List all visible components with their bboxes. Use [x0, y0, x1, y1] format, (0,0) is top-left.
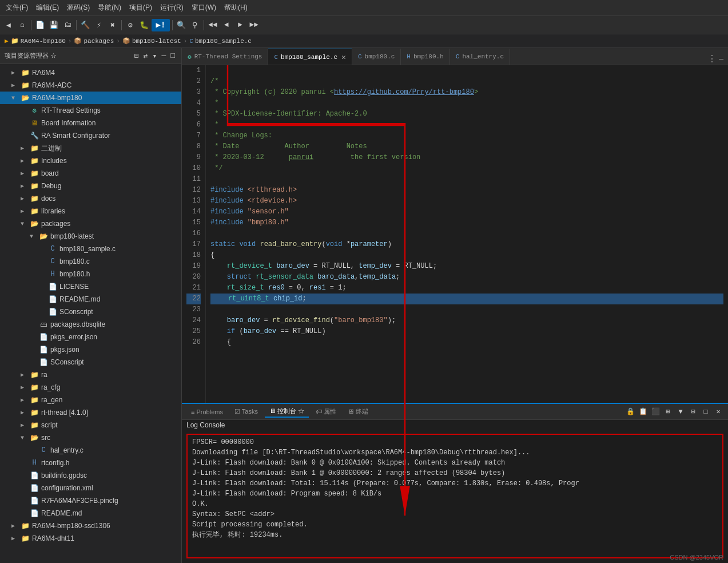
- tree-item-config-xml[interactable]: 📄 configuration.xml: [0, 482, 181, 494]
- toolbar-build[interactable]: 🔨: [79, 19, 92, 31]
- editor-menu-icon[interactable]: ⋮: [707, 53, 717, 65]
- toolbar-arrow-next[interactable]: ►: [234, 19, 246, 31]
- menu-run[interactable]: 运行(R): [157, 2, 187, 14]
- tree-item-ra-smart[interactable]: 🔧 RA Smart Configurator: [0, 129, 181, 142]
- toolbar-search[interactable]: 🔍: [175, 19, 188, 31]
- tree-item-packages[interactable]: ▼ 📂 packages: [0, 217, 181, 230]
- tree-item-rt-thread-settings[interactable]: ⚙ RT-Thread Settings: [0, 104, 181, 117]
- panel-tab-console[interactable]: 🖥 控制台 ☆: [265, 406, 309, 418]
- toolbar-arrow-prev[interactable]: ◄: [220, 19, 233, 31]
- tree-item-hal-entry[interactable]: C hal_entry.c: [0, 444, 181, 457]
- code-content[interactable]: /* * Copyright (c) 2020 panrui <https://…: [206, 65, 728, 403]
- sidebar-sync[interactable]: ⇄: [142, 51, 150, 61]
- log-line-2: J-Link: Flash download: Bank 0 @ 0x0100A…: [192, 458, 718, 468]
- panel-tab-problems[interactable]: ≡ Problems: [186, 407, 228, 417]
- panel-action-copy[interactable]: 📋: [638, 407, 648, 417]
- tab-bmp180-h[interactable]: H bmp180.h: [401, 49, 449, 65]
- panel-action-scroll[interactable]: ▼: [675, 407, 686, 417]
- tree-item-readme-bmp[interactable]: 📄 README.md: [0, 293, 181, 306]
- log-line-4: J-Link: Flash download: Total: 15.114s (…: [192, 478, 718, 489]
- bc-bmp180-latest[interactable]: 📦 bmp180-latest: [122, 37, 181, 45]
- tree-item-pkgs-json[interactable]: 📄 pkgs.json: [0, 343, 181, 356]
- bc-packages[interactable]: 📦 packages: [74, 37, 114, 45]
- toolbar-run-highlight[interactable]: ▶!: [152, 19, 170, 31]
- toolbar-debug[interactable]: 🐛: [138, 19, 150, 31]
- tree-label: RA6M4-dht11: [32, 534, 74, 542]
- panel-action-max[interactable]: □: [701, 407, 711, 417]
- panel-tab-tasks[interactable]: ☑ Tasks: [230, 407, 262, 417]
- tab-bmp180-c[interactable]: C bmp180.c: [352, 49, 401, 65]
- toolbar-save[interactable]: 💾: [47, 19, 60, 31]
- panel-action-clear[interactable]: 🔒: [625, 407, 635, 417]
- tree-item-dht11[interactable]: ▶ 📁 RA6M4-dht11: [0, 532, 181, 545]
- tree-item-docs[interactable]: ▶ 📁 docs: [0, 192, 181, 205]
- toolbar-new[interactable]: 📄: [34, 19, 46, 31]
- tree-item-bmp180-h[interactable]: H bmp180.h: [0, 268, 181, 280]
- tree-item-libraries[interactable]: ▶ 📁 libraries: [0, 205, 181, 217]
- tree-item-ra6m4-bmp180[interactable]: ▼ 📂 RA6M4-bmp180: [0, 92, 181, 104]
- menu-navigate[interactable]: 导航(N): [94, 2, 125, 14]
- tree-item-bmp180-c[interactable]: C bmp180.c: [0, 255, 181, 268]
- toolbar-clean[interactable]: ✖: [106, 19, 119, 31]
- sidebar-menu[interactable]: —: [160, 51, 168, 61]
- tree-item-src[interactable]: ▼ 📂 src: [0, 431, 181, 444]
- tree-item-bmp180-latest[interactable]: ▼ 📂 bmp180-latest: [0, 230, 181, 243]
- tree-item-ra6m4-adc[interactable]: ▶ 📁 RA6M4-ADC: [0, 79, 181, 92]
- tree-item-binary[interactable]: ▶ 📁 二进制: [0, 142, 181, 154]
- editor-minimize-icon[interactable]: —: [719, 55, 723, 64]
- bc-root[interactable]: 📁 RA6M4-bmp180: [11, 37, 66, 45]
- toolbar-find[interactable]: ⚲: [189, 19, 201, 31]
- toolbar-arrow-left[interactable]: ◄◄: [206, 19, 219, 31]
- code-editor[interactable]: 12345 678910 1112131415 1617181920 21222…: [182, 65, 728, 403]
- tree-item-pincfg[interactable]: 📄 R7FA6M4AF3CFB.pincfg: [0, 494, 181, 507]
- tree-item-sconscript-bmp[interactable]: 📄 SConscript: [0, 306, 181, 318]
- toolbar-back[interactable]: ◀: [2, 19, 15, 31]
- panel-action-layout[interactable]: ⊟: [688, 407, 698, 417]
- toolbar-save-all[interactable]: 🗂: [61, 19, 74, 31]
- bc-file[interactable]: C bmp180_sample.c: [189, 38, 252, 45]
- sidebar-max[interactable]: □: [169, 51, 177, 61]
- tree-item-rtconfig[interactable]: H rtconfig.h: [0, 457, 181, 469]
- panel-action-stop[interactable]: ⬛: [650, 407, 661, 417]
- tree-item-license[interactable]: 📄 LICENSE: [0, 280, 181, 293]
- panel-action-filter[interactable]: ⊞: [663, 407, 673, 417]
- toolbar-arrow-right[interactable]: ►►: [248, 19, 260, 31]
- sidebar-expand[interactable]: ▾: [151, 51, 159, 61]
- menu-source[interactable]: 源码(S): [63, 2, 93, 14]
- tab-bmp180-sample[interactable]: C bmp180_sample.c ✕: [268, 49, 352, 65]
- tree-item-script[interactable]: ▶ 📁 script: [0, 419, 181, 431]
- tree-label: rt-thread [4.1.0]: [41, 409, 88, 417]
- menu-edit[interactable]: 编辑(E): [33, 2, 62, 14]
- tree-item-includes[interactable]: ▶ 📁 Includes: [0, 154, 181, 167]
- tree-item-ra6m4[interactable]: ▶ 📁 RA6M4: [0, 66, 181, 79]
- tree-item-board-info[interactable]: 🖥 Board Information: [0, 117, 181, 129]
- tree-item-sconscript-pkg[interactable]: 📄 SConscript: [0, 356, 181, 368]
- tree-item-buildinfo[interactable]: 📄 buildinfo.gpdsc: [0, 469, 181, 482]
- tree-item-ra-cfg[interactable]: ▶ 📁 ra_cfg: [0, 381, 181, 394]
- toolbar-home[interactable]: ⌂: [16, 19, 29, 31]
- tree-item-debug[interactable]: ▶ 📁 Debug: [0, 180, 181, 192]
- tree-item-ra[interactable]: ▶ 📁 ra: [0, 368, 181, 381]
- tree-item-board[interactable]: ▶ 📁 board: [0, 167, 181, 180]
- tree-item-ra-gen[interactable]: ▶ 📁 ra_gen: [0, 394, 181, 406]
- tree-item-bmp180-sample[interactable]: C bmp180_sample.c: [0, 243, 181, 255]
- panel-tab-terminal[interactable]: 🖥 终端: [343, 406, 373, 417]
- sidebar-collapse[interactable]: ⊟: [133, 51, 141, 61]
- panel-action-close[interactable]: ✕: [713, 407, 723, 417]
- tab-rt-thread-settings[interactable]: ⚙ RT-Thread Settings: [182, 49, 268, 65]
- panel-tab-properties[interactable]: 🏷 属性: [311, 406, 341, 417]
- menu-help[interactable]: 帮助(H): [221, 2, 251, 14]
- tab-close-btn[interactable]: ✕: [341, 53, 346, 62]
- tab-hal-entry[interactable]: C hal_entry.c: [450, 49, 510, 65]
- menu-window[interactable]: 窗口(W): [188, 2, 220, 14]
- tree-item-rt-thread[interactable]: ▶ 📁 rt-thread [4.1.0]: [0, 406, 181, 419]
- menu-project[interactable]: 项目(P): [126, 2, 156, 14]
- tree-item-dbsqlite[interactable]: 🗃 packages.dbsqlite: [0, 318, 181, 331]
- menu-file[interactable]: 文件(F): [2, 2, 31, 14]
- tree-item-readme[interactable]: 📄 README.md: [0, 507, 181, 520]
- log-console[interactable]: FPSCR= 00000000 Downloading file [D:\RT-…: [188, 435, 722, 557]
- tree-item-ssd1306[interactable]: ▶ 📁 RA6M4-bmp180-ssd1306: [0, 520, 181, 532]
- toolbar-build2[interactable]: ⚡: [93, 19, 105, 31]
- tree-item-pkgs-error[interactable]: 📄 pkgs_error.json: [0, 331, 181, 343]
- toolbar-settings[interactable]: ⚙: [124, 19, 137, 31]
